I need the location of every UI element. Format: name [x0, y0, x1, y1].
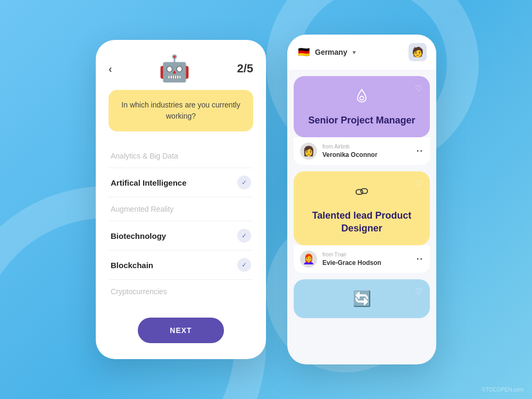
next-button[interactable]: NEXT [138, 318, 223, 343]
company-label-1: from Airbnb [322, 144, 377, 149]
right-phone-header: 🇩🇪 Germany ▼ 🧑 [287, 35, 436, 70]
job-logo-3: 🔄 [353, 290, 371, 307]
question-box: In which industries are you currently wo… [109, 90, 253, 131]
poster-avatar-2: 👩‍🦰 [300, 251, 317, 268]
industry-label-crypto: Cryptocurrencies [111, 287, 167, 296]
phones-container: ‹ 🤖 2/5 In which industries are you curr… [96, 35, 436, 364]
left-phone: ‹ 🤖 2/5 In which industries are you curr… [96, 40, 266, 359]
avatar-icon: 🧑 [412, 46, 423, 58]
question-text: In which industries are you currently wo… [119, 99, 243, 122]
robot-mascot: 🤖 [159, 56, 190, 81]
job-cards-container: ♡ Senior Project Manager 👩 from Airbnb V… [287, 70, 436, 364]
industry-label-ar: Augmented Reality [111, 205, 173, 213]
heart-button-3[interactable]: ♡ [415, 287, 422, 297]
industry-item-crypto[interactable]: Cryptocurrencies [109, 280, 253, 303]
poster-details-2: from Tnair Evie-Grace Hodson [322, 252, 381, 267]
job-card-3[interactable]: ♡ 🔄 [294, 279, 430, 318]
right-phone: 🇩🇪 Germany ▼ 🧑 ♡ Senior Project Manager [287, 35, 436, 364]
check-ai: ✓ [237, 176, 251, 189]
dropdown-arrow-icon: ▼ [352, 49, 357, 55]
back-button[interactable]: ‹ [109, 63, 112, 75]
job-card-1[interactable]: ♡ Senior Project Manager [294, 76, 430, 137]
more-options-2[interactable]: ·· [417, 257, 423, 261]
industry-label-blockchain: Blockchain [111, 261, 153, 270]
industry-list: Analytics & Big Data Artifical Intellige… [109, 144, 253, 307]
poster-details-1: from Airbnb Veronika Oconnor [322, 144, 377, 159]
country-name: Germany [315, 48, 347, 56]
poster-name-1: Veronika Oconnor [322, 151, 377, 159]
link-logo [352, 182, 371, 205]
check-biotech: ✓ [237, 229, 251, 243]
svg-rect-1 [356, 190, 363, 195]
industry-label-ai: Artifical Intelligence [111, 178, 187, 187]
left-phone-header: ‹ 🤖 2/5 [109, 56, 253, 81]
more-options-1[interactable]: ·· [417, 149, 423, 153]
industry-item-ai[interactable]: Artifical Intelligence ✓ [109, 168, 253, 197]
check-blockchain: ✓ [237, 258, 251, 272]
user-avatar-button[interactable]: 🧑 [409, 43, 427, 61]
flag-icon: 🇩🇪 [297, 45, 311, 59]
step-counter: 2/5 [237, 62, 253, 76]
job-card-2[interactable]: ♡ Talented lead Product Designer [294, 171, 430, 245]
company-label-2: from Tnair [322, 252, 381, 257]
job-meta-2: 👩‍🦰 from Tnair Evie-Grace Hodson ·· [294, 245, 430, 273]
industry-item-biotech[interactable]: Biotechnology ✓ [109, 221, 253, 251]
step-total: /5 [244, 62, 253, 75]
job-title-1: Senior Project Manager [308, 114, 415, 127]
job-title-2: Talented lead Product Designer [304, 210, 419, 235]
industry-label-biotech: Biotechnology [111, 231, 166, 240]
industry-item-ar[interactable]: Augmented Reality [109, 197, 253, 221]
poster-name-2: Evie-Grace Hodson [322, 259, 381, 267]
svg-rect-2 [361, 189, 368, 194]
poster-info-2: 👩‍🦰 from Tnair Evie-Grace Hodson [300, 251, 381, 268]
industry-item-analytics[interactable]: Analytics & Big Data [109, 144, 253, 168]
industry-item-blockchain[interactable]: Blockchain ✓ [109, 251, 253, 280]
heart-button-1[interactable]: ♡ [415, 84, 422, 94]
job-meta-1: 👩 from Airbnb Veronika Oconnor ·· [294, 137, 430, 165]
airbnb-logo [352, 87, 371, 110]
svg-point-0 [360, 96, 363, 100]
location-selector[interactable]: 🇩🇪 Germany ▼ [297, 45, 357, 59]
step-current: 2 [237, 62, 243, 75]
poster-avatar-1: 👩 [300, 143, 317, 160]
poster-info-1: 👩 from Airbnb Veronika Oconnor [300, 143, 377, 160]
heart-button-2[interactable]: ♡ [415, 179, 422, 189]
watermark: ©TOCOPEN.com [482, 387, 523, 393]
industry-label-analytics: Analytics & Big Data [111, 152, 178, 160]
